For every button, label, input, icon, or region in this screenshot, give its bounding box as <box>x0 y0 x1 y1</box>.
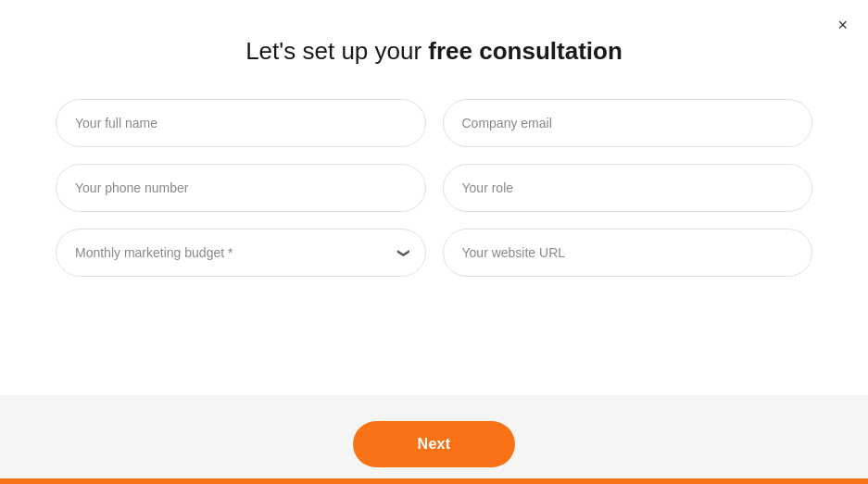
title-regular: Let's set up your <box>245 37 428 65</box>
full-name-field <box>56 99 426 147</box>
next-button[interactable]: Next <box>353 421 516 467</box>
modal-title: Let's set up your free consultation <box>245 37 623 66</box>
phone-number-input[interactable] <box>56 164 426 212</box>
monthly-budget-select[interactable]: Monthly marketing budget * Less than $1,… <box>56 229 426 277</box>
modal-footer: Next <box>0 395 868 478</box>
full-name-input[interactable] <box>56 99 426 147</box>
modal-content: Let's set up your free consultation <box>0 0 868 395</box>
company-email-field <box>443 99 813 147</box>
website-url-input[interactable] <box>443 229 813 277</box>
modal-wrapper: × Let's set up your free consultation <box>0 0 868 484</box>
company-email-input[interactable] <box>443 99 813 147</box>
orange-accent-bar <box>0 478 868 484</box>
phone-number-field <box>56 164 426 212</box>
monthly-budget-field: Monthly marketing budget * Less than $1,… <box>56 229 426 277</box>
role-input[interactable] <box>443 164 813 212</box>
form-grid: Monthly marketing budget * Less than $1,… <box>56 99 812 277</box>
role-field <box>443 164 813 212</box>
website-url-field <box>443 229 813 277</box>
title-bold: free consultation <box>428 37 622 65</box>
close-button[interactable]: × <box>834 13 851 37</box>
